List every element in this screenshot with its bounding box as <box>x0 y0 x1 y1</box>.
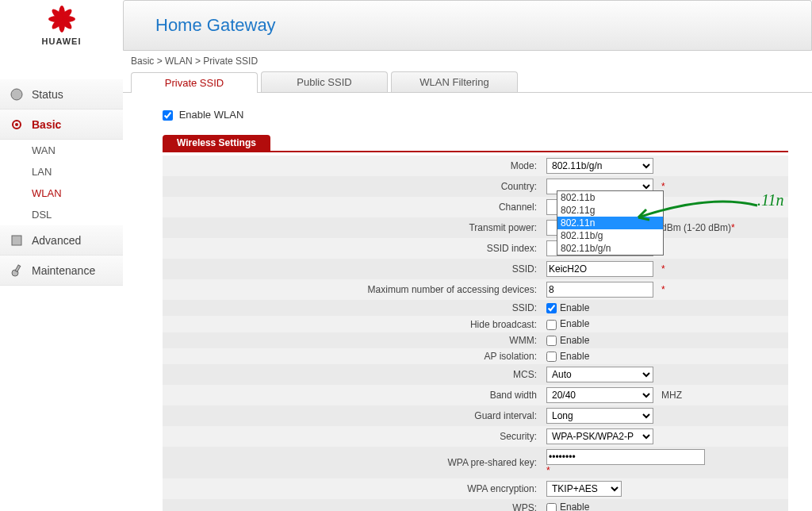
sidebar-item-label: Maintenance <box>32 264 95 277</box>
wmm-checkbox[interactable] <box>546 336 557 346</box>
sidebar-item-maintenance[interactable]: Maintenance <box>0 256 123 286</box>
svg-point-0 <box>11 89 22 100</box>
svg-rect-5 <box>15 265 21 271</box>
sidebar: Status Basic WAN LAN WLAN DSL Advanced M… <box>0 79 123 286</box>
hide-broadcast-checkbox[interactable] <box>546 320 557 330</box>
sidebar-item-advanced[interactable]: Advanced <box>0 225 123 256</box>
label-transmit-power: Transmit power: <box>163 217 543 238</box>
brand-logo: HUAWEI <box>0 0 123 51</box>
tab-private-ssid[interactable]: Private SSID <box>131 72 258 93</box>
tab-row: Private SSID Public SSID WLAN Filtering <box>123 71 812 93</box>
sidebar-item-label: Basic <box>32 118 61 131</box>
mcs-select[interactable]: Auto <box>546 367 653 382</box>
enable-wlan-label: Enable WLAN <box>179 109 244 121</box>
sidebar-sub-wan[interactable]: WAN <box>0 140 123 161</box>
security-select[interactable]: WPA-PSK/WPA2-P <box>546 428 653 444</box>
brand-text: HUAWEI <box>42 36 82 46</box>
status-icon <box>8 86 25 103</box>
guard-interval-select[interactable]: Long <box>546 408 653 424</box>
label-max-devices: Maximum number of accessing devices: <box>163 279 543 300</box>
section-title: Wireless Settings <box>163 135 270 151</box>
svg-point-2 <box>15 123 18 126</box>
max-devices-input[interactable] <box>546 282 653 298</box>
label-ssid-index: SSID index: <box>163 238 543 259</box>
ap-isolation-checkbox[interactable] <box>546 352 557 362</box>
maintenance-icon <box>8 262 25 279</box>
label-ssid-enable: SSID: <box>163 300 543 316</box>
label-wmm: WMM: <box>163 332 543 348</box>
label-channel: Channel: <box>163 197 543 217</box>
ssid-input[interactable] <box>546 261 653 277</box>
title-bar: Home Gateway <box>123 0 812 51</box>
sidebar-sub-lan[interactable]: LAN <box>0 161 123 182</box>
label-guard-interval: Guard interval: <box>163 405 543 426</box>
label-mode: Mode: <box>163 156 543 176</box>
label-hide-broadcast: Hide broadcast: <box>163 316 543 332</box>
mode-option-3[interactable]: 802.11b/g <box>557 229 663 242</box>
breadcrumb: Basic > WLAN > Private SSID <box>123 51 812 71</box>
label-mcs: MCS: <box>163 364 543 385</box>
ssid-enable-checkbox[interactable] <box>546 303 557 313</box>
page-title: Home Gateway <box>155 15 276 36</box>
bandwidth-suffix: MHZ <box>658 385 788 405</box>
transmit-power-suffix: dBm (1-20 dBm) <box>661 222 731 233</box>
label-ap-isolation: AP isolation: <box>163 348 543 364</box>
sidebar-item-label: Advanced <box>32 234 81 247</box>
section-header: Wireless Settings <box>163 135 788 152</box>
mode-option-1[interactable]: 802.11g <box>557 204 663 217</box>
label-wpa-encryption: WPA encryption: <box>163 478 543 499</box>
mode-select[interactable]: 802.11b/g/n <box>546 158 653 174</box>
wpa-key-input[interactable] <box>546 449 705 465</box>
label-bandwidth: Band width <box>163 385 543 405</box>
huawei-petals-icon <box>47 5 77 35</box>
enable-wlan-checkbox[interactable] <box>163 110 173 121</box>
enable-wlan-row: Enable WLAN <box>163 109 788 121</box>
sidebar-sub-dsl[interactable]: DSL <box>0 204 123 225</box>
mode-option-0[interactable]: 802.11b <box>557 191 663 204</box>
label-wps: WPS: <box>163 499 543 511</box>
wps-checkbox[interactable] <box>546 503 557 511</box>
sidebar-item-basic[interactable]: Basic <box>0 110 123 140</box>
mode-option-4[interactable]: 802.11b/g/n <box>557 242 663 255</box>
label-wpa-key: WPA pre-shared key: <box>163 447 543 478</box>
sidebar-item-label: Status <box>32 88 63 101</box>
label-country: Country: <box>163 176 543 197</box>
sidebar-item-status[interactable]: Status <box>0 79 123 110</box>
label-security: Security: <box>163 426 543 447</box>
tab-public-ssid[interactable]: Public SSID <box>261 71 388 92</box>
label-ssid: SSID: <box>163 259 543 279</box>
svg-rect-3 <box>12 236 21 245</box>
mode-dropdown-list[interactable]: 802.11b 802.11g 802.11n 802.11b/g 802.11… <box>557 190 664 256</box>
sidebar-sub-wlan[interactable]: WLAN <box>0 182 123 204</box>
gear-icon <box>8 116 25 133</box>
settings-form: Mode: 802.11b/g/n Country: * Channel: Tr… <box>163 156 788 511</box>
mode-option-2[interactable]: 802.11n <box>557 217 663 229</box>
wpa-encryption-select[interactable]: TKIP+AES <box>546 481 622 497</box>
tab-wlan-filtering[interactable]: WLAN Filtering <box>391 71 518 92</box>
advanced-icon <box>8 232 25 249</box>
bandwidth-select[interactable]: 20/40 <box>546 387 653 403</box>
